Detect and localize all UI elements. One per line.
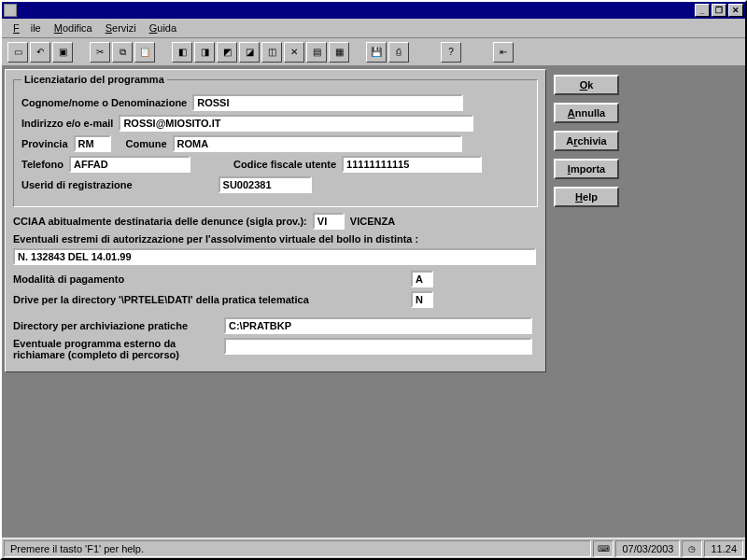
minimize-button[interactable]: _ (695, 4, 710, 17)
label-dirarch: Directory per archiviazione pratiche (13, 320, 218, 331)
status-message: Premere il tasto 'F1' per help. (4, 540, 591, 557)
tb-copy-icon[interactable]: ⧉ (112, 42, 133, 63)
menu-file[interactable]: File (7, 21, 47, 35)
content-area: Licenziatario del programma Cognome/nome… (2, 66, 745, 538)
tb-help-icon[interactable]: ? (441, 42, 461, 63)
tb-new-icon[interactable]: ▭ (7, 42, 28, 63)
label-comune: Comune (126, 138, 167, 149)
input-extprog[interactable] (224, 338, 532, 355)
label-cognome: Cognome/nome o Denominazione (21, 97, 187, 108)
input-dirarch[interactable] (224, 317, 532, 334)
cciaa-name: VICENZA (350, 216, 395, 227)
label-cciaa: CCIAA abitualmente destinataria delle de… (13, 216, 307, 227)
tb-open-icon[interactable]: ▣ (52, 42, 73, 63)
archivia-button[interactable]: Archivia (554, 131, 619, 151)
side-button-panel: OOkk Annulla Archivia Importa Help (554, 69, 619, 207)
tb-undo-icon[interactable]: ↶ (30, 42, 50, 63)
statusbar: Premere il tasto 'F1' per help. ⌨ 07/03/… (2, 538, 745, 558)
input-drive[interactable] (411, 291, 433, 308)
status-time: 11.24 (704, 540, 743, 557)
input-cciaa[interactable] (313, 213, 345, 230)
status-keyboard-icon: ⌨ (593, 540, 613, 557)
annulla-button[interactable]: Annulla (554, 103, 619, 123)
licenziatario-fieldset: Licenziatario del programma Cognome/nome… (13, 74, 538, 207)
importa-button[interactable]: Importa (554, 159, 619, 179)
main-panel: Licenziatario del programma Cognome/nome… (5, 69, 546, 372)
input-modalita[interactable] (411, 271, 433, 287)
label-bollo: Eventuali estremi di autorizzazione per … (13, 233, 538, 245)
tb-save-icon[interactable]: 💾 (366, 42, 387, 63)
tb-btn-f-icon[interactable]: ✕ (284, 42, 304, 63)
menu-modifica[interactable]: Modifica (49, 21, 98, 35)
close-button[interactable]: ✕ (728, 4, 743, 17)
status-date: 07/03/2003 (615, 540, 680, 557)
label-provincia: Provincia (21, 138, 68, 149)
tb-btn-a-icon[interactable]: ◧ (172, 42, 192, 63)
status-clock-icon: ◷ (682, 540, 702, 557)
tb-paste-icon[interactable]: 📋 (134, 42, 155, 63)
tb-btn-h-icon[interactable]: ▦ (329, 42, 349, 63)
label-userid: Userid di registrazione (21, 179, 133, 190)
help-button[interactable]: Help (554, 187, 619, 207)
label-indirizzo: Indirizzo e/o e-mail (21, 118, 113, 129)
tb-btn-b-icon[interactable]: ◨ (194, 42, 215, 63)
label-drive: Drive per la directory '\PRTELE\DATI' de… (13, 294, 405, 305)
tb-btn-e-icon[interactable]: ◫ (261, 42, 282, 63)
tb-btn-g-icon[interactable]: ▤ (306, 42, 327, 63)
input-provincia[interactable] (74, 135, 111, 152)
tb-cut-icon[interactable]: ✂ (90, 42, 110, 63)
input-indirizzo[interactable] (119, 115, 473, 132)
label-extprog-1: Eventuale programma esterno da (13, 338, 218, 349)
menu-guida[interactable]: Guida (144, 21, 182, 35)
label-codfisc: Codice fiscale utente (233, 159, 336, 170)
label-extprog-2: richiamare (completo di percorso) (13, 349, 218, 360)
app-window: _ ❐ ✕ File Modifica Servizi Guida ▭ ↶ ▣ … (0, 0, 747, 560)
tb-btn-d-icon[interactable]: ◪ (239, 42, 260, 63)
label-modalita: Modalità di pagamento (13, 273, 405, 285)
toolbar: ▭ ↶ ▣ ✂ ⧉ 📋 ◧ ◨ ◩ ◪ ◫ ✕ ▤ ▦ 💾 ⎙ ? ⇤ (2, 38, 745, 66)
input-bollo[interactable] (13, 248, 536, 265)
input-telefono[interactable] (69, 156, 190, 173)
ok-button[interactable]: OOkk (554, 75, 619, 95)
input-codfisc[interactable] (342, 156, 482, 173)
label-telefono: Telefono (21, 159, 63, 170)
app-icon (4, 4, 17, 17)
input-comune[interactable] (173, 135, 462, 152)
input-userid[interactable] (218, 176, 312, 193)
input-cognome[interactable] (192, 94, 463, 111)
menu-servizi[interactable]: Servizi (100, 21, 142, 35)
maximize-button[interactable]: ❐ (712, 4, 726, 17)
fieldset-legend: Licenziatario del programma (21, 74, 167, 85)
tb-print-icon[interactable]: ⎙ (388, 42, 409, 63)
tb-exit-icon[interactable]: ⇤ (493, 42, 514, 63)
menubar: File Modifica Servizi Guida (2, 19, 745, 38)
titlebar: _ ❐ ✕ (2, 2, 745, 19)
tb-btn-c-icon[interactable]: ◩ (217, 42, 237, 63)
